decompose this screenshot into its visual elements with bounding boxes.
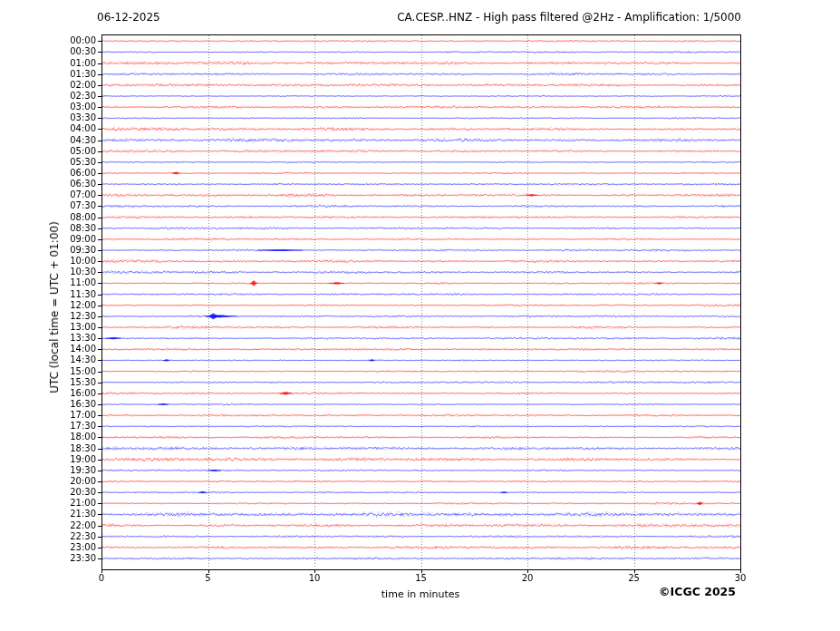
y-tick-label: 05:00: [33, 146, 96, 157]
y-tick-label: 15:00: [33, 366, 96, 377]
y-tick-label: 20:30: [33, 487, 96, 498]
y-tick-label: 14:30: [33, 354, 96, 365]
y-tick-label: 07:00: [33, 189, 96, 200]
y-tick-label: 17:00: [33, 410, 96, 421]
y-tick-label: 01:30: [33, 69, 96, 80]
x-tick-label: 30: [722, 573, 758, 583]
y-tick-label: 02:00: [33, 80, 96, 91]
y-tick-label: 06:00: [33, 168, 96, 179]
y-tick-label: 13:00: [33, 322, 96, 333]
x-tick-label: 5: [190, 573, 227, 583]
copyright-text: ©ICGC 2025: [659, 585, 736, 598]
x-tick-label: 15: [403, 573, 439, 583]
y-tick-label: 00:30: [33, 46, 96, 57]
y-tick-label: 11:30: [33, 289, 96, 300]
y-tick-label: 07:30: [33, 200, 96, 211]
y-tick-label: 11:00: [33, 277, 96, 288]
y-tick-label: 00:00: [33, 35, 96, 46]
x-tick-label: 0: [83, 573, 120, 583]
y-tick-label: 04:00: [33, 123, 96, 134]
y-tick-label: 18:00: [33, 432, 96, 442]
helicorder-plot-canvas: [0, 0, 840, 631]
y-tick-label: 09:30: [33, 245, 96, 256]
y-tick-label: 16:00: [33, 388, 96, 399]
y-tick-label: 19:00: [33, 454, 96, 465]
y-tick-label: 21:00: [33, 498, 96, 509]
x-tick-label: 20: [509, 573, 546, 583]
y-tick-label: 16:30: [33, 399, 96, 410]
x-tick-label: 25: [616, 573, 652, 583]
y-tick-label: 10:30: [33, 267, 96, 277]
y-tick-label: 05:30: [33, 157, 96, 168]
y-tick-label: 03:30: [33, 112, 96, 123]
x-tick-label: 10: [296, 573, 333, 583]
y-tick-label: 08:00: [33, 212, 96, 223]
helicorder-figure: 06-12-2025 CA.CESP..HNZ - High pass filt…: [0, 0, 840, 631]
y-tick-label: 15:30: [33, 377, 96, 388]
y-tick-label: 21:30: [33, 509, 96, 519]
y-tick-label: 18:30: [33, 443, 96, 454]
y-tick-label: 19:30: [33, 465, 96, 476]
y-tick-label: 13:30: [33, 333, 96, 344]
y-tick-label: 22:30: [33, 531, 96, 542]
y-tick-label: 02:30: [33, 91, 96, 102]
y-tick-label: 06:30: [33, 179, 96, 189]
y-tick-label: 22:00: [33, 520, 96, 531]
y-tick-label: 17:30: [33, 421, 96, 432]
figure-date-title: 06-12-2025: [97, 11, 160, 24]
y-tick-label: 04:30: [33, 135, 96, 146]
x-axis-label: time in minutes: [285, 588, 556, 600]
y-tick-label: 10:00: [33, 256, 96, 267]
figure-station-title: CA.CESP..HNZ - High pass filtered @2Hz -…: [397, 11, 741, 24]
y-tick-label: 12:00: [33, 300, 96, 311]
y-tick-label: 23:00: [33, 542, 96, 553]
y-tick-label: 03:00: [33, 102, 96, 112]
y-tick-label: 12:30: [33, 311, 96, 322]
y-tick-label: 14:00: [33, 344, 96, 354]
y-tick-label: 09:00: [33, 234, 96, 245]
y-tick-label: 08:30: [33, 223, 96, 234]
y-tick-label: 23:30: [33, 553, 96, 564]
y-tick-label: 01:00: [33, 58, 96, 69]
y-tick-label: 20:00: [33, 476, 96, 487]
